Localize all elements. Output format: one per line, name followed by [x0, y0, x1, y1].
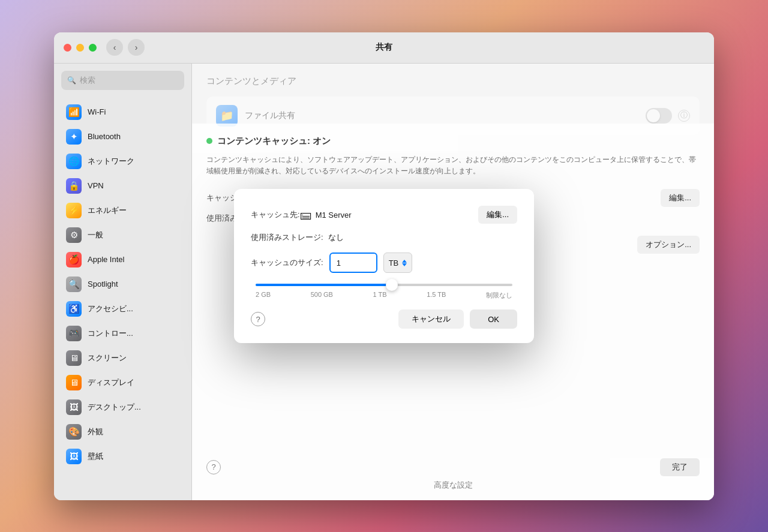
unit-arrows	[402, 260, 407, 266]
dialog-edit-button[interactable]: 編集...	[478, 206, 517, 224]
slider-label-1tb: 1 TB	[373, 291, 387, 300]
slider-label-2gb: 2 GB	[256, 291, 271, 300]
slider-label-15tb: 1.5 TB	[427, 291, 446, 300]
slider-thumb[interactable]	[386, 279, 398, 291]
dialog-dest-name: M1 Server	[316, 211, 352, 220]
unit-text: TB	[389, 259, 399, 267]
dialog-storage-value: なし	[328, 232, 344, 243]
slider-fill	[256, 284, 397, 286]
dialog-drive-icon: 🖴	[300, 208, 312, 222]
dialog-btn-group: キャンセル OK	[398, 309, 517, 329]
unit-down-arrow	[402, 263, 407, 266]
dialog-storage-label: 使用済みストレージ:	[251, 232, 323, 243]
dialog-dest-value: 🖴 M1 Server	[300, 208, 352, 222]
dialog-dest-label: キャッシュ先:	[251, 209, 300, 220]
dialog-size-label: キャッシュのサイズ:	[251, 257, 323, 268]
unit-up-arrow	[402, 260, 407, 263]
slider-container: 2 GB 500 GB 1 TB 1.5 TB 制限なし	[251, 284, 517, 300]
slider-label-unlimited: 制限なし	[486, 291, 512, 300]
cache-size-dialog: キャッシュ先: 🖴 M1 Server 編集... 使用済みストレージ: なし …	[234, 189, 534, 343]
slider-label-500gb: 500 GB	[311, 291, 333, 300]
dialog-size-row: キャッシュのサイズ: TB	[251, 253, 517, 273]
dialog-storage-row: 使用済みストレージ: なし	[251, 232, 517, 243]
dialog-footer: ? キャンセル OK	[251, 309, 517, 329]
dialog-overlay: キャッシュ先: 🖴 M1 Server 編集... 使用済みストレージ: なし …	[0, 0, 768, 532]
slider-track	[256, 284, 512, 286]
slider-labels: 2 GB 500 GB 1 TB 1.5 TB 制限なし	[253, 288, 515, 300]
dialog-ok-button[interactable]: OK	[470, 309, 517, 329]
dialog-help-button[interactable]: ?	[251, 312, 265, 326]
unit-select[interactable]: TB	[383, 253, 413, 273]
dialog-dest-row: キャッシュ先: 🖴 M1 Server 編集...	[251, 206, 517, 224]
cache-size-input[interactable]	[329, 253, 377, 273]
dialog-cancel-button[interactable]: キャンセル	[398, 309, 464, 329]
